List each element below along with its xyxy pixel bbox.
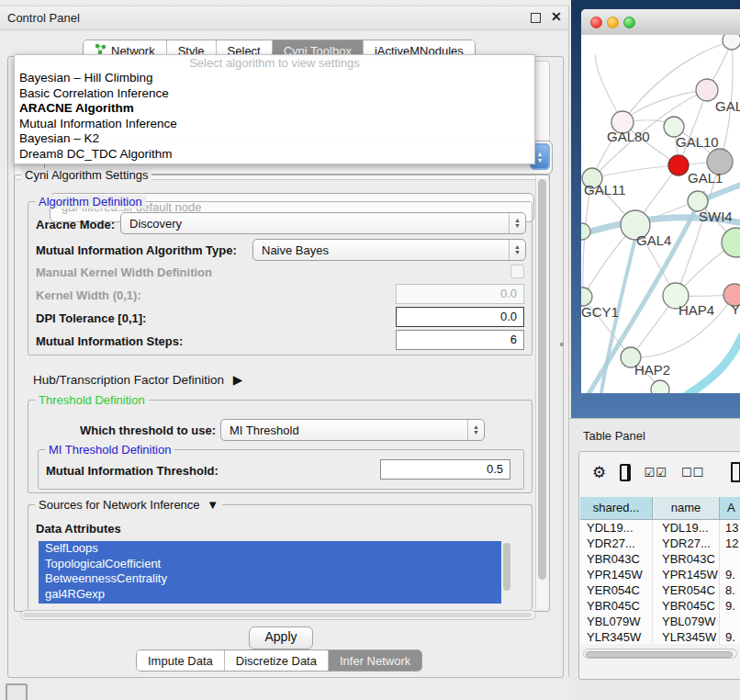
table-row[interactable]: YBR043CYBR043C: [580, 551, 740, 567]
table-cell[interactable]: YPR145W: [580, 567, 653, 582]
panel-splitter-handle[interactable]: [560, 343, 564, 346]
manual-kernel-checkbox[interactable]: [510, 265, 524, 278]
control-panel-window: Control Panel ✕ Network Style Select Cyn…: [0, 6, 569, 677]
table-cell[interactable]: [720, 614, 740, 629]
hub-definition-toggle[interactable]: Hub/Transcription Factor Definition ▶: [33, 372, 242, 387]
table-cell[interactable]: YBR045C: [580, 598, 653, 614]
network-node[interactable]: [722, 228, 740, 257]
network-node[interactable]: [651, 380, 669, 393]
tab-discretize-data[interactable]: Discretize Data: [224, 650, 328, 671]
settings-vscrollbar-thumb[interactable]: [538, 179, 546, 580]
table-cell[interactable]: 13: [720, 520, 740, 536]
table-row[interactable]: YER054CYER054C8.: [580, 582, 740, 598]
zoom-traffic-light[interactable]: [623, 17, 635, 28]
table-cell[interactable]: YDL19...: [580, 520, 653, 536]
chevron-down-icon: ▼: [207, 498, 219, 512]
network-canvas[interactable]: GALGAL80GAL10GAL1GAL11SWI4GAL4GCY1HAP4YH…: [581, 35, 740, 393]
table-cell[interactable]: YBR043C: [653, 551, 720, 567]
network-node[interactable]: [581, 223, 590, 240]
split-columns-icon[interactable]: [620, 464, 630, 481]
algorithm-definition-group: Algorithm Definition Aracne Mode: Discov…: [28, 201, 533, 356]
control-panel-titlebar: Control Panel ✕: [0, 6, 568, 30]
manual-kernel-label: Manual Kernel Width Definition: [36, 265, 212, 279]
attribute-list-item[interactable]: gal4RGexp: [39, 587, 512, 603]
table-row[interactable]: YDL19...YDL19...13: [580, 520, 740, 536]
table-cell[interactable]: YLR345W: [580, 629, 653, 644]
algorithm-definition-title: Algorithm Definition: [35, 195, 146, 209]
table-cell[interactable]: YBL079W: [653, 614, 720, 629]
algorithm-option[interactable]: Dream8 DC_TDC Algorithm: [15, 147, 534, 163]
network-node[interactable]: [581, 288, 592, 306]
column-header-third[interactable]: A: [720, 497, 740, 519]
table-row[interactable]: YBL079WYBL079W: [580, 614, 740, 629]
gear-icon[interactable]: ⚙: [592, 463, 606, 482]
attribute-list-item[interactable]: BetweennessCentrality: [39, 571, 512, 587]
network-edge[interactable]: [592, 165, 678, 178]
table-cell[interactable]: 8.: [720, 582, 740, 598]
algorithm-option[interactable]: Bayesian – Hill Climbing: [15, 71, 534, 86]
table-cell[interactable]: YDR27...: [653, 536, 720, 551]
mi-steps-label: Mutual Information Steps:: [36, 334, 183, 348]
settings-vscrollbar[interactable]: [535, 177, 548, 609]
minimize-traffic-light[interactable]: [607, 17, 619, 28]
settings-hscrollbar[interactable]: [20, 610, 536, 620]
threshold-definition-title: Threshold Definition: [35, 393, 149, 407]
attributes-vscrollbar-thumb[interactable]: [503, 543, 510, 591]
table-cell[interactable]: 9.: [720, 629, 740, 644]
deselect-all-icon[interactable]: ☐☐: [681, 466, 704, 480]
bottom-corner-icon[interactable]: [6, 683, 28, 700]
data-attributes-list[interactable]: SelfLoopsTopologicalCoefficientBetweenne…: [39, 541, 512, 604]
table-cell[interactable]: YDR27...: [580, 536, 653, 551]
algorithm-option[interactable]: Bayesian – K2: [15, 131, 534, 147]
apply-button[interactable]: Apply: [249, 627, 313, 649]
table-cell[interactable]: YPR145W: [653, 567, 720, 582]
table-cell[interactable]: YBL079W: [580, 614, 653, 629]
column-header-shared-name[interactable]: shared...: [580, 497, 653, 519]
dpi-tolerance-field[interactable]: 0.0: [396, 307, 524, 327]
algorithm-placeholder: Select algorithm to view settings: [15, 55, 534, 71]
close-traffic-light[interactable]: [590, 17, 602, 28]
table-row[interactable]: YDR27...YDR27...12: [580, 536, 740, 551]
table-cell[interactable]: YER054C: [653, 582, 720, 598]
float-window-icon[interactable]: [531, 13, 541, 23]
network-edge[interactable]: [681, 336, 740, 393]
table-hscrollbar-thumb[interactable]: [586, 651, 733, 658]
table-row[interactable]: YBR045CYBR045C9.: [580, 598, 740, 614]
table-cell[interactable]: YLR345W: [653, 629, 720, 644]
algorithm-option[interactable]: Mutual Information Inference: [15, 117, 534, 132]
table-row[interactable]: YPR145WYPR145W9.: [580, 567, 740, 582]
network-window-titlebar[interactable]: [581, 9, 740, 36]
algorithm-option[interactable]: Basic Correlation Inference: [15, 86, 534, 102]
which-threshold-combo[interactable]: MI Threshold ▲▼: [220, 419, 485, 441]
table-cell[interactable]: [720, 551, 740, 567]
table-cell[interactable]: 9.: [720, 598, 740, 614]
table-cell[interactable]: 12: [720, 536, 740, 551]
attributes-vscrollbar[interactable]: [501, 541, 512, 604]
network-node[interactable]: [723, 35, 740, 50]
sources-group-title[interactable]: Sources for Network Inference ▼: [35, 498, 222, 512]
aracne-mode-combo[interactable]: Discovery ▲▼: [120, 212, 526, 234]
kernel-width-label: Kernel Width (0,1):: [36, 288, 141, 302]
attribute-list-item[interactable]: TopologicalCoefficient: [39, 557, 512, 572]
table-row[interactable]: YLR345WYLR345W9.: [580, 629, 740, 644]
table-hscrollbar[interactable]: [583, 649, 737, 659]
settings-hscrollbar-thumb[interactable]: [23, 613, 532, 617]
mi-type-combo[interactable]: Naive Bayes ▲▼: [252, 239, 526, 261]
algorithm-option[interactable]: ARACNE Algorithm: [15, 101, 534, 117]
table-cell[interactable]: YDL19...: [653, 520, 720, 536]
table-cell[interactable]: YBR043C: [580, 551, 653, 567]
mi-threshold-field[interactable]: 0.5: [380, 459, 510, 480]
kernel-width-field[interactable]: 0.0: [396, 284, 524, 304]
network-node[interactable]: [668, 155, 689, 175]
table-cell[interactable]: YBR045C: [653, 598, 720, 614]
close-icon[interactable]: ✕: [551, 12, 561, 22]
attribute-list-item[interactable]: SelfLoops: [39, 541, 512, 557]
select-all-icon[interactable]: ☑☑: [645, 466, 667, 480]
tab-impute-data[interactable]: Impute Data: [137, 650, 224, 671]
table-cell[interactable]: 9.: [720, 567, 740, 582]
table-cell[interactable]: YER054C: [580, 582, 653, 598]
new-document-icon[interactable]: [731, 462, 740, 482]
mi-steps-field[interactable]: 6: [396, 330, 524, 350]
tab-infer-network[interactable]: Infer Network: [328, 650, 421, 671]
column-header-name[interactable]: name: [653, 497, 720, 519]
